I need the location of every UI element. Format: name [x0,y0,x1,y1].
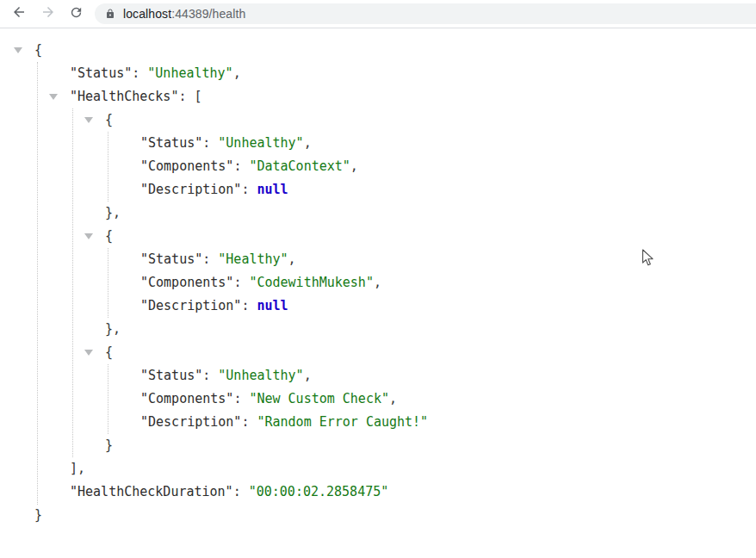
json-segment-p: , [233,65,241,81]
collapse-toggle-icon[interactable] [84,350,93,356]
json-segment-k: "Status" [140,135,202,151]
json-segment-s: "CodewithMukesh" [249,275,374,290]
json-segment-k: "Description" [140,414,241,430]
json-segment-p: { [105,344,113,360]
json-segment-k: "Components" [140,158,233,174]
json-line: "Status": "Unhealthy", [0,364,756,388]
json-line: ], [0,457,756,480]
json-line: } [0,504,756,527]
lock-icon [105,8,115,20]
json-segment-k: "Status" [140,251,202,267]
json-line: "HealthCheckDuration": "00:00:02.2858475… [0,480,756,504]
json-segment-p: : [202,135,218,151]
json-segment-n: null [257,298,288,313]
collapse-toggle-icon[interactable] [84,117,93,123]
json-segment-p: : [241,182,257,197]
json-line: "Components": "CodewithMukesh", [0,271,756,294]
json-tree: {"Status": "Unhealthy","HealthChecks": [… [0,28,756,558]
json-segment-p: , [304,368,312,383]
mouse-cursor [641,249,654,268]
json-line: { [0,39,756,62]
refresh-button[interactable] [68,6,84,22]
address-bar[interactable]: localhost:44389/health [95,3,756,24]
json-segment-s: "Healthy" [218,251,288,267]
json-segment-p: , [389,391,397,406]
url-text: localhost:44389/health [123,7,245,21]
json-segment-s: "Unhealthy" [147,65,232,81]
json-segment-s: "New Custom Check" [249,391,389,406]
json-segment-k: "Components" [140,391,233,406]
json-segment-p: { [105,228,113,244]
json-segment-p: } [34,507,42,523]
json-line: }, [0,318,756,341]
collapse-toggle-icon[interactable] [49,94,58,100]
json-segment-p: , [374,275,381,290]
json-segment-p: { [105,112,113,127]
forward-arrow-icon [40,4,56,23]
json-line: "HealthChecks": [ [0,85,756,108]
json-line: { [0,341,756,364]
json-line: } [0,434,756,457]
json-segment-s: "Unhealthy" [218,135,303,151]
json-segment-s: "DataContext" [249,158,350,174]
json-line: "Status": "Unhealthy", [0,62,756,85]
json-segment-p: : [132,65,147,81]
json-segment-p: : [202,368,218,383]
json-segment-p: }, [105,205,121,220]
refresh-icon [69,5,84,23]
forward-button[interactable] [40,6,56,22]
json-line: "Components": "DataContext", [0,155,756,178]
json-segment-s: "Random Error Caught!" [257,414,428,430]
json-line: { [0,108,756,132]
json-segment-p: : [233,391,249,406]
json-segment-k: "Description" [140,182,241,197]
json-segment-p: }, [105,321,121,337]
json-segment-p: } [105,437,113,453]
json-line: "Description": null [0,178,756,202]
json-segment-p: : [ [178,89,201,104]
url-path: :44389/health [171,7,245,21]
json-segment-p: : [202,251,218,267]
json-segment-k: "HealthCheckDuration" [70,484,233,499]
json-segment-p: : [241,298,257,313]
json-segment-p: { [34,42,42,58]
json-line: "Status": "Unhealthy", [0,132,756,155]
json-line: "Description": "Random Error Caught!" [0,411,756,434]
json-line: "Description": null [0,294,756,318]
json-segment-k: "Description" [140,298,241,313]
json-line: { [0,225,756,248]
json-segment-k: "Components" [140,275,233,290]
json-segment-p: , [304,135,312,151]
collapse-toggle-icon[interactable] [84,233,93,239]
json-segment-k: "HealthChecks" [70,89,178,104]
json-segment-k: "Status" [140,368,202,383]
json-segment-n: null [257,182,288,197]
json-segment-p: , [288,251,296,267]
json-segment-s: "Unhealthy" [218,368,303,383]
collapse-toggle-icon[interactable] [14,47,22,53]
browser-toolbar: localhost:44389/health [0,0,756,28]
json-segment-s: "00:00:02.2858475" [249,484,389,499]
json-line: "Components": "New Custom Check", [0,388,756,411]
json-segment-k: "Status" [70,65,132,81]
json-line: }, [0,202,756,225]
json-segment-p: ], [70,461,85,476]
json-segment-p: , [350,158,358,174]
url-host: localhost [123,7,171,21]
json-segment-p: : [241,414,257,430]
json-segment-p: : [233,158,249,174]
json-segment-p: : [233,484,249,499]
json-segment-p: : [233,275,249,290]
back-button[interactable] [11,6,27,22]
back-arrow-icon [11,4,27,23]
